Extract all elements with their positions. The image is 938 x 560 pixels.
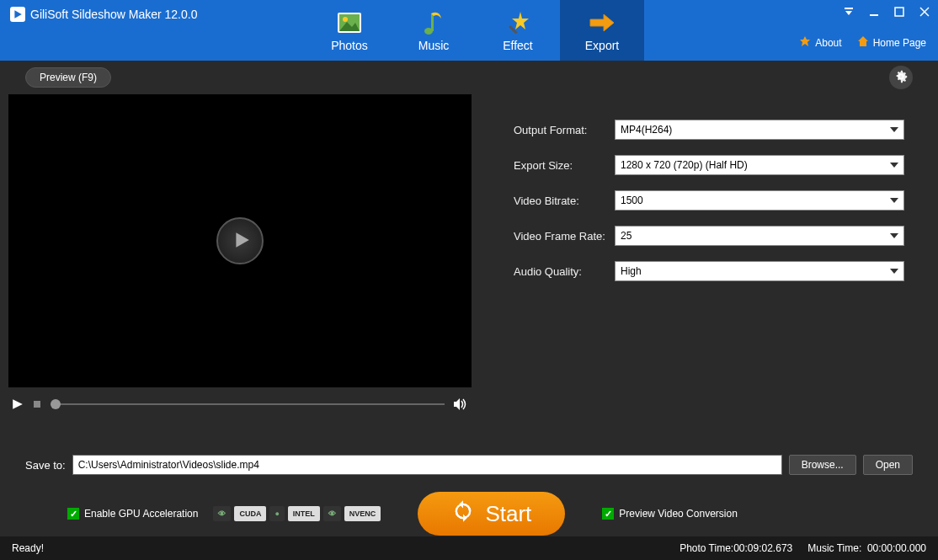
play-icon: [229, 231, 251, 252]
select-frame-rate[interactable]: 25: [615, 226, 904, 246]
select-video-bitrate[interactable]: 1500: [615, 190, 904, 211]
label-frame-rate: Video Frame Rate:: [514, 230, 615, 243]
effect-icon: [504, 9, 531, 36]
about-link[interactable]: About: [799, 35, 841, 50]
svg-rect-13: [895, 8, 903, 16]
settings-button[interactable]: [889, 66, 913, 89]
svg-marker-16: [800, 36, 810, 46]
preview-conv-label: Preview Video Conversion: [619, 508, 738, 520]
seek-bar[interactable]: [51, 403, 445, 405]
transport-stop-button[interactable]: [32, 399, 42, 409]
badge-eye-icon: 👁: [213, 506, 231, 521]
refresh-icon: [451, 499, 475, 529]
label-output-format: Output Format:: [514, 124, 615, 136]
tab-effect[interactable]: Effect: [476, 0, 560, 61]
select-export-size[interactable]: 1280 x 720 (720p) (Half HD): [615, 155, 904, 175]
preview-button[interactable]: Preview (F9): [25, 67, 111, 88]
label-audio-quality: Audio Quality:: [514, 265, 615, 278]
transport-bar: [8, 387, 472, 421]
header-links: About Home Page: [799, 35, 926, 50]
svg-marker-0: [14, 10, 21, 19]
open-button[interactable]: Open: [863, 455, 913, 475]
start-button[interactable]: Start: [418, 492, 565, 536]
svg-marker-7: [512, 12, 529, 29]
minimize-icon[interactable]: [867, 5, 881, 19]
tab-music[interactable]: Music: [392, 0, 476, 61]
browse-button[interactable]: Browse...: [789, 455, 856, 475]
save-path-input[interactable]: [72, 455, 782, 475]
window-controls: [842, 5, 931, 19]
status-ready: Ready!: [12, 542, 44, 554]
home-link[interactable]: Home Page: [857, 35, 926, 50]
svg-rect-6: [431, 13, 434, 31]
dropdown-icon[interactable]: [842, 5, 855, 19]
save-row: Save to: Browse... Open: [0, 446, 938, 483]
row-output-format: Output Format: MP4(H264): [514, 120, 904, 140]
row-video-bitrate: Video Bitrate: 1500: [514, 190, 904, 211]
app-title-text: GiliSoft Sildeshow Maker 12.0.0: [30, 8, 197, 21]
preview-pane: [8, 94, 472, 440]
transport-play-button[interactable]: [12, 398, 24, 410]
badge-intel: INTEL: [288, 506, 320, 521]
svg-marker-18: [236, 232, 248, 248]
status-right: Photo Time:00:09:02.673 Music Time: 00:0…: [680, 542, 926, 554]
label-video-bitrate: Video Bitrate:: [514, 195, 615, 207]
gpu-checkbox[interactable]: ✓ Enable GPU Acceleration: [67, 508, 198, 520]
svg-marker-19: [13, 399, 23, 409]
svg-rect-10: [845, 8, 853, 9]
svg-marker-9: [590, 14, 614, 31]
check-icon: ✓: [67, 508, 79, 520]
tab-export-label: Export: [585, 39, 619, 52]
play-button[interactable]: [216, 217, 264, 264]
app-logo-icon: [10, 7, 25, 22]
svg-point-3: [343, 17, 348, 22]
star-icon: [799, 35, 811, 50]
export-icon: [589, 9, 616, 36]
titlebar: GiliSoft Sildeshow Maker 12.0.0 Photos M…: [0, 0, 938, 61]
app-title: GiliSoft Sildeshow Maker 12.0.0: [0, 0, 207, 29]
badge-cuda: CUDA: [234, 506, 266, 521]
home-label: Home Page: [873, 37, 926, 49]
select-audio-quality[interactable]: High: [615, 261, 904, 281]
toolbar: Preview (F9): [0, 61, 938, 94]
label-export-size: Export Size:: [514, 159, 615, 172]
svg-marker-21: [454, 398, 460, 410]
tab-photos-label: Photos: [331, 39, 368, 52]
export-settings: Output Format: MP4(H264) Export Size: 12…: [472, 94, 930, 440]
music-icon: [420, 9, 447, 36]
tab-music-label: Music: [418, 39, 450, 52]
video-preview: [8, 94, 472, 387]
main-tabs: Photos Music Effect Export: [307, 0, 644, 61]
gpu-label: Enable GPU Acceleration: [84, 508, 198, 520]
tab-export[interactable]: Export: [560, 0, 644, 61]
tab-effect-label: Effect: [503, 39, 533, 52]
badge-nvenc-icon: 👁: [323, 506, 341, 521]
gpu-badges: 👁 CUDA ● INTEL 👁 NVENC: [213, 506, 381, 521]
status-photo-time: Photo Time:00:09:02.673: [680, 542, 792, 554]
check-icon: ✓: [602, 508, 614, 520]
svg-rect-12: [870, 14, 878, 16]
status-music-time: Music Time: 00:00:00.000: [807, 542, 926, 554]
svg-marker-11: [845, 11, 852, 15]
statusbar: Ready! Photo Time:00:09:02.673 Music Tim…: [0, 536, 938, 560]
volume-button[interactable]: [453, 397, 468, 411]
bottom-row: ✓ Enable GPU Acceleration 👁 CUDA ● INTEL…: [0, 483, 938, 544]
badge-intel-icon: ●: [269, 506, 284, 521]
tab-photos[interactable]: Photos: [307, 0, 392, 61]
save-label: Save to:: [25, 459, 66, 472]
row-export-size: Export Size: 1280 x 720 (720p) (Half HD): [514, 155, 904, 175]
about-label: About: [815, 37, 841, 49]
svg-rect-20: [34, 401, 40, 408]
badge-nvenc: NVENC: [344, 506, 381, 521]
preview-conversion-checkbox[interactable]: ✓ Preview Video Conversion: [602, 508, 738, 520]
row-audio-quality: Audio Quality: High: [514, 261, 904, 281]
gear-icon: [893, 69, 909, 87]
svg-marker-17: [858, 36, 868, 46]
maximize-icon[interactable]: [893, 5, 906, 19]
seek-thumb[interactable]: [51, 399, 61, 409]
select-output-format[interactable]: MP4(H264): [615, 120, 904, 140]
photos-icon: [336, 9, 363, 36]
close-icon[interactable]: [918, 5, 931, 19]
content: Output Format: MP4(H264) Export Size: 12…: [0, 94, 938, 440]
start-label: Start: [485, 501, 531, 527]
